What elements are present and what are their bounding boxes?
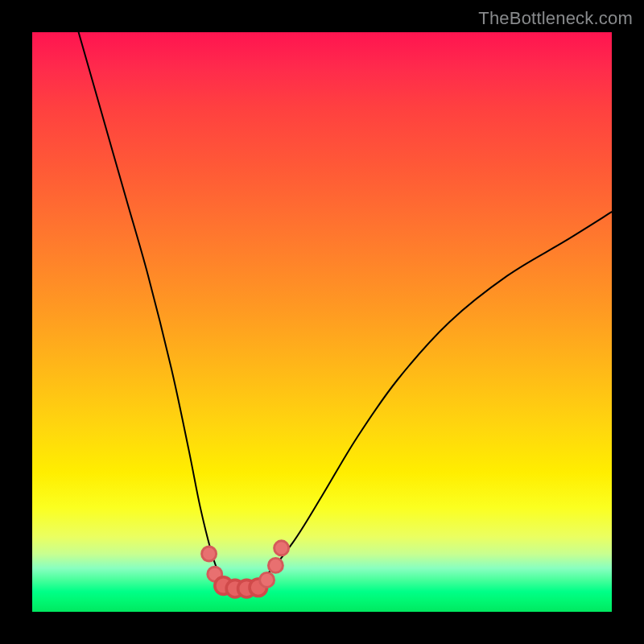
data-points-group [202, 541, 289, 597]
bottleneck-curve [79, 32, 612, 590]
data-point [275, 541, 289, 555]
data-point [202, 547, 217, 561]
watermark-text: TheBottleneck.com [478, 8, 633, 29]
chart-frame: TheBottleneck.com [0, 0, 644, 644]
data-point [268, 558, 283, 572]
chart-svg [32, 32, 612, 612]
data-point [260, 572, 275, 587]
plot-area [32, 32, 612, 612]
